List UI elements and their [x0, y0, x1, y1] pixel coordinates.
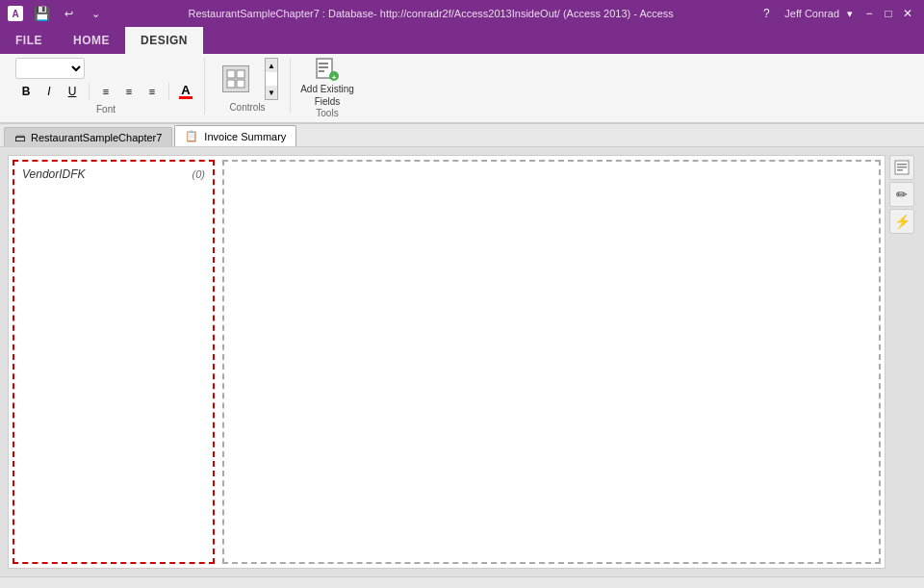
scroll-down-btn[interactable]: ▼ [266, 86, 277, 99]
font-row1 [15, 58, 196, 79]
tab-invoice-summary[interactable]: 📋 Invoice Summary [174, 125, 296, 146]
svg-rect-6 [319, 66, 328, 68]
ribbon-group-controls: ▲ ▼ Controls [205, 58, 291, 113]
ribbon-content: B I U ≡ ≡ ≡ A Font [0, 54, 924, 123]
scroll-up-btn[interactable]: ▲ [266, 59, 277, 72]
font-row2: B I U ≡ ≡ ≡ A [15, 81, 196, 102]
tab-restaurant-icon: 🗃 [14, 132, 25, 143]
font-color-a-icon: A [181, 84, 190, 96]
add-control-icon: ⚡ [894, 214, 911, 229]
title-bar-left: A 💾 ↩ ⌄ [8, 3, 106, 24]
window-controls: − □ ✕ [860, 6, 916, 21]
svg-rect-12 [897, 166, 907, 168]
minimize-button[interactable]: − [860, 6, 878, 21]
undo-quick-btn[interactable]: ↩ [58, 3, 79, 24]
tab-invoice-label: Invoice Summary [204, 131, 286, 142]
field-list-button[interactable]: ✏ [889, 182, 914, 207]
ribbon-group-tools: + Add Existing Fields Tools [291, 58, 364, 118]
tab-file[interactable]: FILE [0, 27, 58, 54]
font-group-label: Font [96, 104, 116, 115]
form-left-container: VendorIDFK (0) [9, 156, 218, 568]
tab-design[interactable]: DESIGN [125, 27, 203, 54]
svg-rect-7 [319, 70, 324, 72]
user-label: Jeff Conrad [784, 8, 839, 19]
align-right-button[interactable]: ≡ [141, 81, 163, 102]
svg-rect-1 [237, 70, 244, 78]
scroll-widget: ▲ ▼ [265, 58, 278, 100]
add-fields-icon: + [314, 57, 341, 82]
add-fields-label-line1: Add Existing [300, 84, 354, 94]
sidebar-tools: ✏ ⚡ [889, 155, 916, 569]
font-color-bar [179, 96, 192, 99]
ribbon: FILE HOME DESIGN B I U [0, 27, 924, 124]
svg-rect-11 [897, 164, 907, 166]
font-buttons: B I U ≡ ≡ ≡ A [15, 58, 196, 102]
scroll-track [266, 72, 277, 86]
font-name-select[interactable] [15, 58, 85, 79]
window-title: RestaurantSampleChapter7 : Database- htt… [106, 8, 756, 19]
field-list-icon: ✏ [896, 187, 908, 202]
tab-restaurant-label: RestaurantSampleChapter7 [31, 132, 162, 143]
property-sheet-icon [894, 160, 910, 175]
tools-buttons: + Add Existing Fields [298, 58, 356, 106]
add-existing-fields-button[interactable]: + Add Existing Fields [298, 58, 356, 106]
sep1 [89, 83, 90, 100]
app-icon: A [8, 6, 23, 21]
field-vendoridfk[interactable]: VendorIDFK (0) [18, 166, 209, 183]
form-right-panel[interactable] [222, 160, 881, 564]
svg-rect-2 [227, 80, 235, 88]
document-tab-bar: 🗃 RestaurantSampleChapter7 📋 Invoice Sum… [0, 124, 924, 147]
field-vendoridfk-label: VendorIDFK [22, 167, 86, 181]
add-control-button[interactable]: ⚡ [889, 209, 914, 234]
controls-grid-button[interactable] [213, 58, 259, 100]
ribbon-group-font: B I U ≡ ≡ ≡ A Font [8, 58, 205, 115]
controls-group-label: Controls [229, 102, 265, 113]
user-dropdown-icon[interactable]: ▾ [847, 8, 853, 20]
form-canvas-inner: VendorIDFK (0) [9, 156, 885, 568]
title-bar: A 💾 ↩ ⌄ RestaurantSampleChapter7 : Datab… [0, 0, 924, 27]
svg-rect-0 [227, 70, 235, 78]
title-bar-quick-access: 💾 ↩ ⌄ [31, 3, 106, 24]
more-quick-btn[interactable]: ⌄ [85, 3, 106, 24]
help-button[interactable]: ? [756, 3, 777, 24]
tools-group-label: Tools [316, 108, 338, 118]
svg-text:+: + [332, 73, 337, 82]
form-canvas: VendorIDFK (0) [8, 155, 886, 569]
tab-home[interactable]: HOME [58, 27, 125, 54]
underline-button[interactable]: U [62, 81, 83, 102]
align-center-button[interactable]: ≡ [118, 81, 140, 102]
tab-invoice-icon: 📋 [185, 130, 198, 142]
main-area: VendorIDFK (0) ✏ ⚡ [0, 147, 924, 576]
save-quick-btn[interactable]: 💾 [31, 3, 52, 24]
tab-restaurant-sample[interactable]: 🗃 RestaurantSampleChapter7 [4, 127, 172, 146]
title-bar-right: ? Jeff Conrad ▾ − □ ✕ [756, 3, 916, 24]
bold-button[interactable]: B [15, 81, 37, 102]
italic-button[interactable]: I [38, 81, 60, 102]
form-left-panel: VendorIDFK (0) [13, 160, 215, 564]
controls-buttons: ▲ ▼ [213, 58, 282, 100]
controls-grid-icon [222, 65, 249, 92]
maximize-button[interactable]: □ [880, 6, 897, 21]
close-button[interactable]: ✕ [899, 6, 916, 21]
svg-rect-13 [897, 169, 903, 171]
ribbon-tab-bar: FILE HOME DESIGN [0, 27, 924, 54]
svg-rect-5 [319, 63, 328, 64]
field-vendoridfk-count: (0) [192, 168, 205, 180]
align-left-button[interactable]: ≡ [95, 81, 116, 102]
sep2 [168, 83, 169, 100]
svg-rect-3 [237, 80, 244, 88]
property-sheet-button[interactable] [889, 155, 914, 180]
font-color-button[interactable]: A [175, 81, 196, 102]
add-fields-label-line2: Fields [315, 96, 341, 107]
status-bar [0, 576, 924, 588]
